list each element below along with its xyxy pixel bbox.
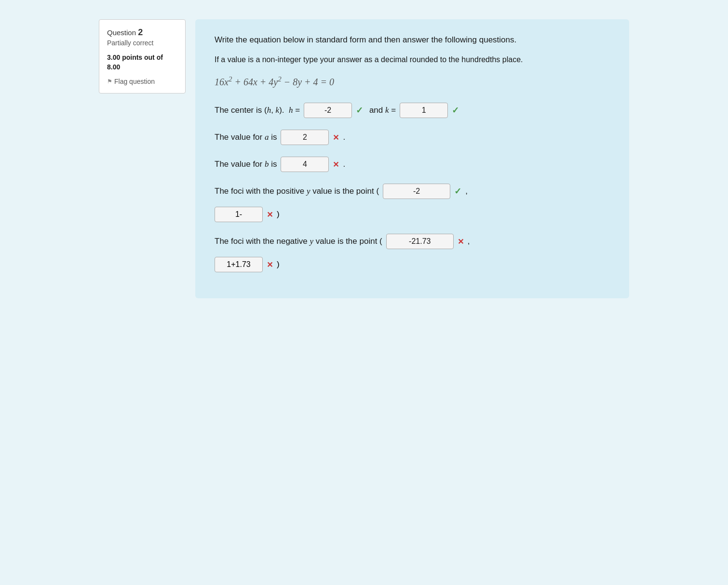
foci-pos-comma: , <box>465 186 468 196</box>
foci-neg-y-cross-icon: ✕ <box>267 260 273 269</box>
main-content: Write the equation below in standard for… <box>195 19 629 298</box>
center-text-2: and k = <box>367 106 396 115</box>
center-row: The center is (h, k). h = -2 ✓ and k = 1… <box>215 103 610 118</box>
foci-pos-y-input[interactable]: 1- <box>215 207 263 222</box>
page-container: Question 2 Partially correct 3.00 points… <box>99 19 629 298</box>
center-h-input[interactable]: -2 <box>304 103 352 118</box>
foci-negative-second-line: 1+1.73 ✕ ) <box>215 257 610 272</box>
center-k-input[interactable]: 1 <box>400 103 448 118</box>
value-b-input[interactable]: 4 <box>281 157 329 172</box>
flag-button[interactable]: ⚑ Flag question <box>107 78 177 85</box>
center-h-check-icon: ✓ <box>356 105 363 116</box>
foci-pos-x-input[interactable]: -2 <box>383 184 450 199</box>
value-a-row: The value for a is 2 ✕ . <box>215 130 610 145</box>
question-label: Question 2 <box>107 27 177 38</box>
value-a-input[interactable]: 2 <box>281 130 329 145</box>
foci-positive-row: The foci with the positive y value is th… <box>215 184 610 199</box>
flag-icon: ⚑ <box>107 78 112 85</box>
foci-pos-y-cross-icon: ✕ <box>267 210 273 219</box>
status-badge: Partially correct <box>107 39 177 47</box>
value-b-row: The value for b is 4 ✕ . <box>215 157 610 172</box>
instruction-2: If a value is a non-integer type your an… <box>215 54 610 66</box>
foci-neg-y-input[interactable]: 1+1.73 <box>215 257 263 272</box>
value-b-period: . <box>343 160 345 169</box>
foci-neg-close-paren: ) <box>277 260 280 269</box>
foci-pos-text: The foci with the positive y value is th… <box>215 186 379 196</box>
foci-positive-second-line: 1- ✕ ) <box>215 207 610 222</box>
value-a-period: . <box>343 133 345 142</box>
value-a-text: The value for a is <box>215 133 277 142</box>
sidebar: Question 2 Partially correct 3.00 points… <box>99 19 186 93</box>
foci-neg-x-input[interactable]: -21.73 <box>386 234 454 249</box>
foci-pos-close-paren: ) <box>277 210 280 219</box>
equation-display: 16x2 + 64x + 4y2 − 8y + 4 = 0 <box>215 75 610 88</box>
points-label: 3.00 points out of 8.00 <box>107 53 177 72</box>
flag-label: Flag question <box>114 78 155 85</box>
value-b-cross-icon: ✕ <box>333 160 339 169</box>
foci-neg-comma: , <box>468 237 470 246</box>
foci-negative-row: The foci with the negative y value is th… <box>215 234 610 249</box>
value-b-text: The value for b is <box>215 160 277 169</box>
center-text-1: The center is (h, k). h = <box>215 106 300 115</box>
instruction-1: Write the equation below in standard for… <box>215 34 610 46</box>
foci-pos-x-check-icon: ✓ <box>454 186 461 197</box>
foci-neg-x-cross-icon: ✕ <box>458 237 464 246</box>
value-a-cross-icon: ✕ <box>333 133 339 142</box>
center-k-check-icon: ✓ <box>452 105 459 116</box>
foci-neg-text: The foci with the negative y value is th… <box>215 237 382 246</box>
